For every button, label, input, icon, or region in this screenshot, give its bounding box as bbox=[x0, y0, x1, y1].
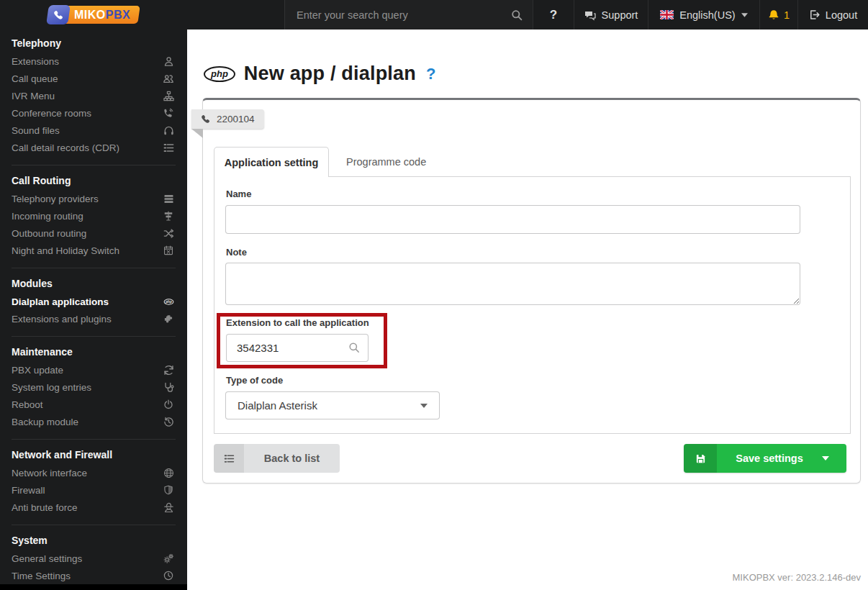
main-content: php New app / dialplan ? 2200104 Applica… bbox=[187, 30, 868, 590]
sidebar-item-sound-files[interactable]: Sound files bbox=[12, 122, 176, 139]
sidebar-item-anti-brute-force[interactable]: Anti brute force bbox=[12, 499, 176, 516]
list-icon bbox=[214, 444, 244, 473]
logout-button[interactable]: Logout bbox=[797, 0, 868, 30]
sidebar-section-title-network-and-firewall: Network and Firewall bbox=[12, 446, 176, 463]
extension-ribbon: 2200104 bbox=[191, 109, 264, 129]
history-icon bbox=[161, 417, 176, 427]
logo-phone-icon bbox=[47, 5, 71, 24]
page-help-link[interactable]: ? bbox=[426, 65, 435, 83]
sidebar-item-call-queue[interactable]: Call queue bbox=[12, 70, 176, 87]
sidebar-item-label: Backup module bbox=[12, 417, 78, 427]
sidebar-divider bbox=[12, 525, 176, 525]
sidebar-item-label: Anti brute force bbox=[12, 502, 78, 513]
users-icon bbox=[161, 73, 176, 84]
back-to-list-button[interactable]: Back to list bbox=[214, 444, 340, 473]
name-field[interactable] bbox=[225, 205, 800, 234]
headphones-icon bbox=[161, 125, 176, 136]
sidebar-item-label: Conference rooms bbox=[12, 108, 91, 119]
sidebar-item-conference-rooms[interactable]: Conference rooms bbox=[12, 104, 176, 122]
language-selector[interactable]: English(US) bbox=[648, 0, 759, 30]
ribbon-fold bbox=[191, 129, 203, 138]
sidebar-item-network-interface[interactable]: Network interface bbox=[12, 464, 176, 481]
extension-field-wrap bbox=[226, 334, 369, 362]
sidebar-item-extensions[interactable]: Extensions bbox=[12, 53, 176, 70]
sign-out-icon bbox=[809, 9, 820, 20]
sync-icon bbox=[161, 365, 176, 376]
sidebar-item-label: Sound files bbox=[12, 125, 60, 136]
sidebar-section-title-telephony: Telephony bbox=[12, 35, 176, 52]
sidebar-item-night-and-holiday-switch[interactable]: Night and Holiday Switch bbox=[12, 242, 176, 259]
sidebar-section-title-maintenance: Maintenance bbox=[12, 343, 176, 360]
sidebar-item-label: Time Settings bbox=[12, 571, 71, 581]
th-list-icon bbox=[161, 194, 176, 204]
save-settings-button[interactable]: Save settings bbox=[684, 444, 846, 473]
save-dropdown-caret-icon[interactable] bbox=[822, 444, 846, 473]
sidebar-item-label: Reboot bbox=[12, 399, 43, 410]
sidebar-divider bbox=[12, 439, 176, 440]
power-icon bbox=[161, 399, 176, 409]
sidebar-item-label: Call queue bbox=[12, 73, 58, 84]
globe-icon bbox=[161, 468, 176, 478]
sidebar-item-reboot[interactable]: Reboot bbox=[12, 396, 176, 413]
form-card: 2200104 Application settingProgramme cod… bbox=[202, 98, 861, 484]
search-input[interactable] bbox=[295, 9, 511, 22]
sidebar-item-ivr-menu[interactable]: IVR Menu bbox=[12, 87, 176, 104]
support-button[interactable]: Support bbox=[574, 0, 648, 30]
topbar-spacer bbox=[187, 0, 284, 30]
sidebar-item-label: Dialplan applications bbox=[12, 296, 109, 307]
sidebar-item-system-log-entries[interactable]: System log entries bbox=[12, 378, 176, 396]
topbar: ? Support English(US) 1 Lo bbox=[187, 0, 868, 30]
sidebar-sections: TelephonyExtensionsCall queueIVR MenuCon… bbox=[0, 35, 187, 584]
type-of-code-dropdown[interactable]: Dialplan Asterisk bbox=[225, 391, 440, 419]
help-button[interactable]: ? bbox=[533, 0, 574, 30]
sidebar-item-backup-module[interactable]: Backup module bbox=[12, 413, 176, 430]
clock-icon bbox=[161, 571, 176, 581]
spy-icon bbox=[161, 502, 176, 513]
sidebar-item-telephony-providers[interactable]: Telephony providers bbox=[12, 190, 176, 207]
calendar-x-icon bbox=[161, 245, 176, 255]
search-icon[interactable] bbox=[511, 9, 523, 21]
sidebar: MIKOPBX TelephonyExtensionsCall queueIVR… bbox=[0, 0, 187, 584]
logo-brand-secondary: PBX bbox=[106, 9, 130, 21]
uk-flag-icon bbox=[660, 10, 674, 19]
sidebar-item-label: Outbound routing bbox=[12, 228, 86, 239]
tab-application-setting[interactable]: Application setting bbox=[214, 147, 329, 177]
note-field[interactable] bbox=[225, 263, 800, 305]
sidebar-item-call-detail-records-cdr[interactable]: Call detail records (CDR) bbox=[12, 139, 176, 156]
sidebar-item-label: Telephony providers bbox=[12, 194, 99, 204]
sitemap-icon bbox=[161, 91, 176, 101]
extension-field[interactable] bbox=[226, 334, 369, 362]
sidebar-item-label: Network interface bbox=[12, 468, 87, 478]
back-to-list-label: Back to list bbox=[244, 444, 340, 473]
sidebar-divider bbox=[12, 165, 176, 165]
comments-icon bbox=[584, 9, 596, 21]
bell-icon bbox=[768, 9, 779, 21]
type-of-code-value: Dialplan Asterisk bbox=[238, 399, 317, 412]
php-badge-icon: php bbox=[204, 66, 235, 82]
sidebar-item-extensions-and-plugins[interactable]: Extensions and plugins bbox=[12, 310, 176, 327]
sidebar-item-incoming-routing[interactable]: Incoming routing bbox=[12, 207, 176, 224]
sidebar-item-label: IVR Menu bbox=[12, 91, 55, 101]
phone-volume-icon bbox=[161, 108, 176, 118]
dropdown-caret-icon bbox=[420, 404, 428, 408]
logo-brand-primary: MIKO bbox=[74, 9, 106, 21]
sidebar-item-dialplan-applications[interactable]: Dialplan applicationsphp bbox=[12, 293, 176, 310]
tab-panel: Name Note Extension to call the applicat… bbox=[214, 176, 851, 434]
sidebar-item-pbx-update[interactable]: PBX update bbox=[12, 361, 176, 378]
sidebar-item-label: Extensions and plugins bbox=[12, 314, 112, 324]
sidebar-item-label: Call detail records (CDR) bbox=[12, 142, 119, 153]
version-label: MIKOPBX ver: 2023.2.146-dev bbox=[733, 572, 861, 583]
sidebar-item-time-settings[interactable]: Time Settings bbox=[12, 567, 176, 584]
sidebar-item-general-settings[interactable]: General settings bbox=[12, 550, 176, 567]
sidebar-section-title-system: System bbox=[12, 532, 176, 549]
sidebar-item-outbound-routing[interactable]: Outbound routing bbox=[12, 224, 176, 242]
search-area[interactable] bbox=[284, 0, 533, 30]
tab-programme-code[interactable]: Programme code bbox=[329, 147, 443, 177]
tabs: Application settingProgramme code bbox=[214, 147, 851, 177]
logo[interactable]: MIKOPBX bbox=[0, 0, 187, 30]
notifications-button[interactable]: 1 bbox=[759, 0, 797, 30]
user-icon bbox=[161, 56, 176, 67]
php-icon: php bbox=[161, 296, 176, 307]
sidebar-item-firewall[interactable]: Firewall bbox=[12, 481, 176, 499]
sidebar-item-label: Firewall bbox=[12, 485, 45, 496]
